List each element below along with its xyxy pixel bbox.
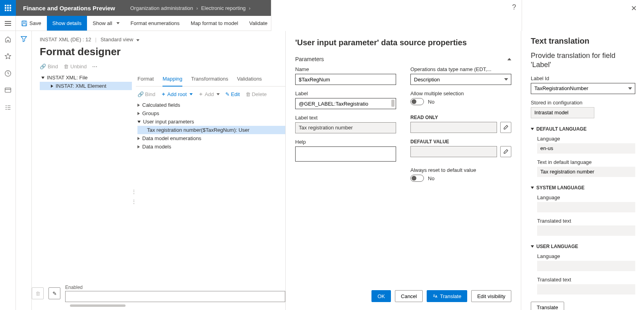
- map-node-taxreg[interactable]: Tax registration number($TaxRegNum): Use…: [137, 126, 285, 134]
- svg-rect-7: [7, 10, 9, 11]
- tab-mapping[interactable]: Mapping: [162, 73, 182, 87]
- svg-rect-3: [5, 7, 6, 9]
- add-root-button[interactable]: ＋Add root: [161, 90, 193, 98]
- trans-subtitle: Provide translation for field 'Label': [531, 51, 635, 70]
- map-node-groups[interactable]: Groups: [137, 109, 285, 117]
- app-launcher[interactable]: [0, 0, 16, 16]
- cancel-button[interactable]: Cancel: [395, 290, 423, 302]
- svg-rect-8: [10, 10, 11, 11]
- label-input[interactable]: [295, 98, 396, 109]
- enabled-input[interactable]: [65, 291, 285, 302]
- help-icon[interactable]: ?: [512, 3, 516, 12]
- svg-rect-0: [5, 5, 6, 6]
- label-label: Label: [295, 90, 396, 96]
- ok-button[interactable]: OK: [371, 290, 391, 302]
- mapping-tree: Calculated fields Groups User input para…: [136, 101, 285, 151]
- edit-default-value-button[interactable]: [500, 146, 511, 157]
- map-node-dm[interactable]: Data models: [137, 142, 285, 151]
- show-details-button[interactable]: Show details: [47, 16, 87, 31]
- translation-panel: Text translation Provide translation for…: [521, 31, 644, 310]
- help-input[interactable]: [295, 146, 396, 162]
- props-title: 'User input parameter' data source prope…: [286, 31, 521, 50]
- svg-rect-13: [5, 88, 10, 92]
- recent-icon[interactable]: [4, 70, 12, 78]
- tree-node-root[interactable]: INSTAT XML: File: [40, 73, 132, 82]
- help-label: Help: [295, 139, 396, 145]
- always-reset-toggle[interactable]: [410, 175, 424, 182]
- props-section-head[interactable]: Parameters: [286, 50, 521, 66]
- svg-rect-6: [5, 10, 6, 11]
- nav-toggle[interactable]: [0, 16, 16, 31]
- svg-rect-10: [23, 21, 25, 22]
- map-delete-button: 🗑 Delete: [246, 91, 267, 97]
- breadcrumb-item[interactable]: Organization administration: [130, 5, 193, 11]
- format-enumerations-button[interactable]: Format enumerations: [125, 16, 186, 31]
- allow-multi-value: No: [428, 99, 435, 105]
- system-lang-value[interactable]: [537, 202, 635, 212]
- splitter-v[interactable]: [132, 198, 136, 205]
- tree-node-child[interactable]: INSTAT: XML Element: [40, 82, 132, 90]
- tab-transformations[interactable]: Transformations: [191, 73, 228, 86]
- user-lang-value[interactable]: [537, 261, 635, 271]
- app-title: Finance and Operations Preview: [16, 0, 122, 16]
- properties-panel: 'User input parameter' data source prope…: [285, 31, 521, 310]
- default-value-heading: DEFAULT VALUE: [410, 139, 511, 144]
- splitter[interactable]: [132, 73, 136, 310]
- translate-action-button[interactable]: Translate: [531, 302, 564, 310]
- home-icon[interactable]: [4, 36, 12, 44]
- read-only-heading: READ ONLY: [410, 115, 511, 120]
- horizontal-scrollbar[interactable]: [70, 304, 126, 307]
- svg-rect-2: [10, 5, 11, 6]
- allow-multi-toggle[interactable]: [410, 98, 424, 105]
- filter-icon[interactable]: [21, 36, 27, 43]
- tab-format[interactable]: Format: [137, 73, 154, 86]
- side-rail: [0, 31, 16, 310]
- map-format-button[interactable]: Map format to model: [185, 16, 244, 31]
- edt-select[interactable]: [410, 74, 511, 85]
- default-lang-value: [537, 143, 635, 154]
- user-language-head[interactable]: USER LANGUAGE: [531, 244, 635, 249]
- label-text-value: Tax registration number: [295, 122, 396, 133]
- modules-icon[interactable]: [4, 104, 12, 112]
- map-node-calc[interactable]: Calculated fields: [137, 101, 285, 109]
- view-selector[interactable]: Standard view: [101, 37, 139, 42]
- map-node-user-params[interactable]: User input parameters: [137, 117, 285, 126]
- workspace-icon[interactable]: [4, 87, 12, 95]
- breadcrumb-item[interactable]: Electronic reporting: [201, 5, 246, 11]
- default-language-head[interactable]: DEFAULT LANGUAGE: [531, 126, 635, 132]
- default-lang-label: Language: [537, 136, 635, 142]
- page-title: Format designer: [40, 46, 285, 58]
- show-all-button[interactable]: Show all: [87, 16, 125, 31]
- map-bind-button: 🔗 Bind: [137, 91, 155, 97]
- map-edit-button[interactable]: ✎ Edit: [225, 91, 240, 97]
- edit-read-only-button[interactable]: [500, 122, 511, 133]
- breadcrumb: Organization administration › Electronic…: [122, 0, 254, 16]
- text-default-value: [537, 167, 635, 177]
- system-translated-value[interactable]: [537, 225, 635, 236]
- close-icon[interactable]: ✕: [631, 4, 637, 13]
- design-tabs: Format Mapping Transformations Validatio…: [136, 73, 285, 87]
- stored-value: [531, 107, 594, 118]
- translate-button[interactable]: Translate: [427, 290, 467, 302]
- svg-rect-11: [23, 23, 26, 25]
- delete-enabled-button: 🗑: [32, 287, 44, 299]
- trans-title: Text translation: [531, 37, 635, 46]
- save-button[interactable]: Save: [16, 16, 47, 31]
- favorite-icon[interactable]: [4, 53, 12, 61]
- format-tree: INSTAT XML: File INSTAT: XML Element: [40, 73, 132, 310]
- validate-button[interactable]: Validate: [244, 16, 273, 31]
- user-translated-value[interactable]: [537, 284, 635, 295]
- more-actions[interactable]: ⋯: [92, 64, 98, 69]
- stored-label: Stored in configuration: [531, 100, 635, 106]
- label-id-select[interactable]: [531, 83, 635, 94]
- svg-rect-1: [7, 5, 9, 6]
- name-label: Name: [295, 66, 396, 72]
- name-input[interactable]: [295, 74, 396, 85]
- tab-validations[interactable]: Validations: [237, 73, 262, 86]
- system-lang-label: Language: [537, 194, 635, 200]
- map-node-dme[interactable]: Data model enumerations: [137, 134, 285, 142]
- edit-enabled-button[interactable]: ✎: [48, 287, 60, 299]
- system-language-head[interactable]: SYSTEM LANGUAGE: [531, 185, 635, 191]
- edit-visibility-button[interactable]: Edit visibility: [471, 290, 511, 302]
- default-value-value: [410, 146, 497, 157]
